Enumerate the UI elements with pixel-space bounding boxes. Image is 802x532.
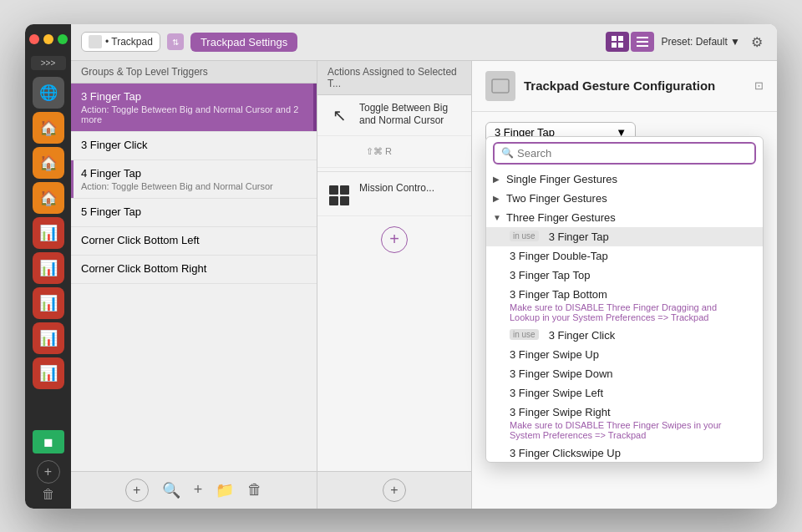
sidebar-item-chart1[interactable]: 📊	[33, 217, 64, 249]
sidebar-item-globe[interactable]: 🌐	[33, 77, 64, 109]
dropdown-item-warning-tapbottom: Make sure to DISABLE Three Finger Draggi…	[510, 302, 739, 322]
section-label-two: Two Finger Gestures	[506, 192, 607, 205]
config-panel: Trackpad Gesture Configuration ⊡ 3 Finge…	[472, 61, 777, 509]
dropdown-item-warning-swiperight: Make sure to DISABLE Three Finger Swipes…	[510, 420, 739, 440]
shortcut-label: ⇧⌘ R	[366, 143, 392, 160]
dropdown-item-3finger-clickswipeup[interactable]: 3 Finger Clickswipe Up	[486, 443, 763, 462]
actions-list: ↖ Toggle Between Big and Normal Cursor ⇧…	[317, 95, 471, 471]
sidebar: >>> 🌐 🏠 🏠 🏠 📊 📊 📊 📊 📊 ◼	[25, 24, 71, 509]
groups-list: 3 Finger Tap Action: Toggle Between Big …	[71, 84, 317, 471]
group-item-3finger-tap[interactable]: 3 Finger Tap Action: Toggle Between Big …	[71, 84, 317, 132]
action-text-mission: Mission Contro...	[359, 182, 434, 195]
group-title: Corner Click Bottom Right	[81, 262, 307, 275]
cursor-icon: ↖	[332, 105, 347, 125]
svg-rect-6	[637, 45, 648, 47]
trash-icon[interactable]: 🗑	[247, 479, 262, 502]
dropdown-item-label: 3 Finger Tap Top	[510, 269, 739, 281]
mission-cell-2	[340, 185, 349, 195]
group-item-corner-bottom-left[interactable]: Corner Click Bottom Left	[71, 227, 317, 256]
config-text: Trackpad Gesture Configuration	[524, 79, 715, 93]
list-view-button[interactable]	[631, 32, 654, 52]
dropdown-item-label: 3 Finger Swipe Left	[510, 387, 739, 399]
add-action-button[interactable]: +	[381, 226, 408, 253]
group-title: Corner Click Bottom Left	[81, 234, 307, 246]
svg-rect-0	[612, 36, 617, 41]
group-item-3finger-click[interactable]: 3 Finger Click	[71, 132, 317, 160]
action-item-toggle-cursor[interactable]: ↖ Toggle Between Big and Normal Cursor	[317, 95, 471, 136]
section-two-finger[interactable]: ▶ Two Finger Gestures	[486, 189, 763, 208]
in-use-badge-3finger-tap: in use	[510, 231, 539, 241]
toolbar: • Trackpad ⇅ Trackpad Settings Pres	[71, 24, 777, 61]
settings-button[interactable]: Trackpad Settings	[190, 33, 297, 52]
gear-icon[interactable]: ⚙	[747, 32, 767, 52]
dropdown-search-wrapper: 🔍	[493, 142, 756, 165]
sidebar-item-home1[interactable]: 🏠	[33, 112, 64, 144]
sidebar-item-home2[interactable]: 🏠	[33, 147, 64, 179]
dropdown-item-label: 3 Finger Clickswipe Up	[510, 447, 739, 459]
grid-view-button[interactable]	[606, 32, 629, 52]
group-title: 3 Finger Click	[81, 139, 307, 151]
action-item-shortcut[interactable]: ⇧⌘ R	[317, 136, 471, 168]
dropdown-item-3finger-click[interactable]: in use 3 Finger Click	[486, 326, 763, 345]
svg-rect-4	[637, 37, 648, 38]
file-label: • Trackpad	[105, 36, 153, 48]
group-item-5finger-tap[interactable]: 5 Finger Tap	[71, 199, 317, 227]
folder-icon[interactable]: 📁	[216, 479, 234, 502]
group-item-4finger-tap[interactable]: 4 Finger Tap Action: Toggle Between Big …	[71, 160, 317, 199]
sidebar-item-green[interactable]: ◼	[33, 430, 64, 453]
dropdown-item-3finger-swipedown[interactable]: 3 Finger Swipe Down	[486, 364, 763, 383]
section-single-finger[interactable]: ▶ Single Finger Gestures	[486, 170, 763, 189]
add-action-bottom-button[interactable]: +	[383, 479, 406, 502]
sidebar-item-chart2[interactable]: 📊	[33, 252, 64, 284]
maximize-button[interactable]	[58, 34, 68, 44]
action-text-toggle: Toggle Between Big and Normal Cursor	[359, 102, 463, 128]
close-button[interactable]	[29, 34, 39, 44]
action-item-mission-control[interactable]: Mission Contro...	[317, 175, 471, 216]
dropdown-item-3finger-swipeleft[interactable]: 3 Finger Swipe Left	[486, 383, 763, 403]
group-title: 4 Finger Tap	[81, 167, 307, 180]
sidebar-item-home3[interactable]: 🏠	[33, 182, 64, 214]
section-three-finger[interactable]: ▼ Three Finger Gestures	[486, 208, 763, 227]
sidebar-item-chart5[interactable]: 📊	[33, 357, 64, 389]
preset-label[interactable]: Preset: Default ▼	[661, 36, 740, 48]
config-icon	[485, 71, 515, 101]
minimize-button[interactable]	[43, 34, 53, 44]
config-window-button[interactable]: ⊡	[754, 79, 764, 92]
file-icon	[89, 35, 102, 48]
dropdown-item-3finger-taptop[interactable]: 3 Finger Tap Top	[486, 266, 763, 285]
group-subtitle: Action: Toggle Between Big and Normal Cu…	[81, 181, 307, 191]
traffic-lights	[29, 31, 68, 48]
file-button[interactable]: • Trackpad	[81, 32, 160, 52]
add-folder-icon[interactable]: +	[194, 479, 203, 502]
dropdown-item-3finger-tap[interactable]: in use 3 Finger Tap	[486, 227, 763, 246]
sidebar-add-button[interactable]: +	[37, 460, 60, 484]
actions-bottom: +	[317, 471, 471, 509]
dropdown-item-label-wrapper: 3 Finger Tap Bottom Make sure to DISABLE…	[510, 288, 739, 322]
search-bottom-icon[interactable]: 🔍	[162, 479, 180, 502]
dropdown-item-label: 3 Finger Swipe Up	[510, 348, 739, 361]
sidebar-item-chart4[interactable]: 📊	[33, 322, 64, 354]
dropdown-item-3finger-doubletap[interactable]: 3 Finger Double-Tap	[486, 246, 763, 266]
sidebar-trash-button[interactable]: 🗑	[42, 487, 55, 502]
dropdown-item-3finger-tapbottom[interactable]: 3 Finger Tap Bottom Make sure to DISABLE…	[486, 285, 763, 326]
arrows-icon[interactable]: ⇅	[167, 33, 184, 50]
sidebar-header-btn[interactable]: >>>	[31, 56, 66, 70]
section-arrow-single: ▶	[493, 175, 501, 184]
svg-rect-5	[637, 41, 648, 43]
in-use-badge-3finger-click: in use	[510, 329, 539, 340]
app-window: >>> 🌐 🏠 🏠 🏠 📊 📊 📊 📊 📊 ◼	[25, 24, 777, 509]
dropdown-list: ▶ Single Finger Gestures ▶ Two Finger Ge…	[486, 170, 763, 462]
dropdown-item-3finger-swiperight[interactable]: 3 Finger Swipe Right Make sure to DISABL…	[486, 403, 763, 443]
sidebar-item-chart3[interactable]: 📊	[33, 287, 64, 319]
mission-control-icon	[326, 182, 353, 209]
main-content: • Trackpad ⇅ Trackpad Settings Pres	[71, 24, 777, 509]
group-item-corner-bottom-right[interactable]: Corner Click Bottom Right	[71, 256, 317, 284]
columns-area: Groups & Top Level Triggers 3 Finger Tap…	[71, 61, 777, 509]
section-arrow-two: ▶	[493, 194, 501, 203]
search-input[interactable]	[517, 147, 748, 160]
mission-cell-1	[329, 185, 338, 195]
actions-panel-header: Actions Assigned to Selected T...	[317, 61, 471, 95]
dropdown-item-3finger-swipeup[interactable]: 3 Finger Swipe Up	[486, 345, 763, 364]
search-icon: 🔍	[501, 147, 514, 159]
add-group-button[interactable]: +	[125, 479, 149, 502]
